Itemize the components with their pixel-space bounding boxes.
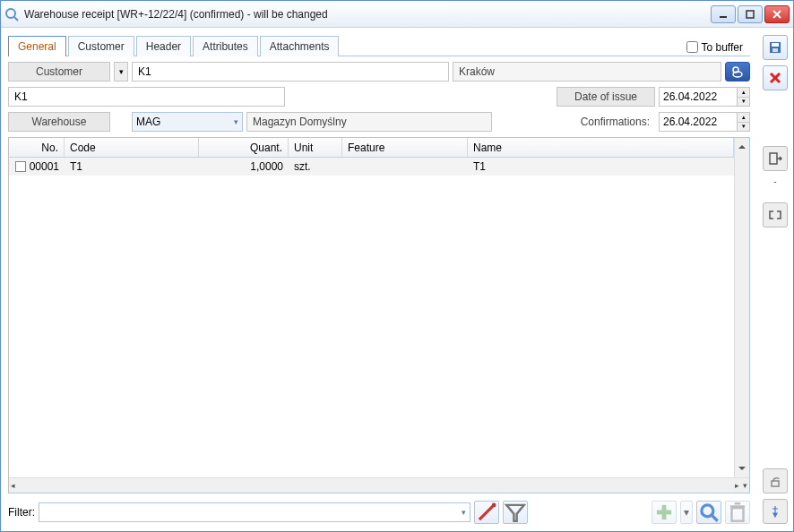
svg-line-8 [479, 505, 494, 519]
vertical-scrollbar[interactable] [734, 138, 749, 477]
col-name[interactable]: Name [468, 138, 734, 157]
cell-quant: 1,0000 [199, 158, 289, 176]
cell-unit: szt. [289, 158, 342, 176]
svg-rect-3 [747, 11, 754, 18]
col-quant[interactable]: Quant. [199, 138, 289, 157]
svg-rect-14 [732, 508, 744, 521]
export-button[interactable] [763, 146, 788, 171]
svg-point-0 [6, 9, 15, 18]
table-header-row: No. Code Quant. Unit Feature Name [9, 138, 734, 158]
save-button[interactable] [763, 35, 788, 60]
svg-point-12 [702, 505, 713, 517]
customer-name-input[interactable]: K1 [8, 87, 285, 107]
confirmations-label: Confirmations: [557, 116, 655, 128]
filter-combo[interactable]: ▾ [39, 502, 470, 522]
window-title: Warehouse receipt [WR+-12/22/4] (confirm… [24, 8, 711, 21]
side-toolbar: - [757, 28, 793, 531]
warehouse-label-button[interactable]: Warehouse [8, 112, 110, 132]
warehouse-code-value: MAG [136, 116, 160, 128]
table-body[interactable]: 00001 T1 1,0000 szt. T1 [9, 158, 734, 477]
confirmation-date-value: 26.04.2022 [663, 116, 717, 128]
svg-line-1 [14, 17, 18, 21]
date-of-issue-label: Date of issue [557, 87, 655, 107]
window-frame: Warehouse receipt [WR+-12/22/4] (confirm… [0, 0, 794, 532]
svg-rect-19 [772, 48, 778, 52]
col-code[interactable]: Code [65, 138, 199, 157]
minimize-button[interactable] [711, 5, 736, 23]
cell-code: T1 [65, 158, 199, 176]
search-item-button[interactable] [696, 501, 721, 524]
items-table: No. Code Quant. Unit Feature Name 0 [8, 137, 750, 493]
tab-attributes[interactable]: Attributes [193, 36, 258, 56]
app-icon [4, 7, 19, 21]
svg-rect-23 [772, 481, 779, 486]
tab-header[interactable]: Header [136, 36, 191, 56]
add-item-dropdown[interactable]: ▾ [680, 501, 693, 524]
export-minus-icon: - [773, 176, 776, 186]
filter-wand-button[interactable] [474, 501, 499, 524]
to-buffer-label: To buffer [702, 41, 743, 54]
unlock-button[interactable] [763, 468, 788, 493]
warehouse-name-field: Magazyn Domyślny [246, 112, 492, 132]
cancel-button[interactable] [763, 65, 788, 90]
add-item-button[interactable] [652, 501, 677, 524]
svg-rect-18 [772, 43, 779, 47]
cell-name: T1 [468, 158, 734, 176]
to-buffer-checkbox[interactable]: To buffer [683, 39, 750, 56]
svg-rect-22 [770, 153, 777, 164]
date-of-issue-input[interactable]: 26.04.2022 ▴▾ [659, 87, 750, 107]
tabstrip: General Customer Header Attributes Attac… [8, 35, 750, 56]
confirmation-date-input[interactable]: 26.04.2022 ▴▾ [659, 112, 750, 132]
titlebar: Warehouse receipt [WR+-12/22/4] (confirm… [1, 1, 793, 28]
tab-attachments[interactable]: Attachments [260, 36, 340, 56]
cell-feature [342, 158, 468, 176]
svg-point-9 [492, 502, 496, 507]
col-unit[interactable]: Unit [289, 138, 342, 157]
col-no[interactable]: No. [9, 138, 65, 157]
pin-button[interactable] [763, 499, 788, 524]
expand-button[interactable] [763, 202, 788, 227]
delete-item-button[interactable] [725, 501, 750, 524]
customer-city-field: Kraków [453, 62, 721, 82]
cell-no: 00001 [30, 160, 59, 173]
customer-code-input[interactable]: K1 [132, 62, 449, 82]
svg-line-13 [712, 515, 718, 521]
col-feature[interactable]: Feature [342, 138, 468, 157]
close-window-button[interactable] [764, 5, 790, 23]
filter-funnel-button[interactable] [503, 501, 528, 524]
row-checkbox[interactable] [15, 161, 26, 172]
tab-general[interactable]: General [8, 36, 66, 56]
date-of-issue-value: 26.04.2022 [663, 90, 717, 103]
customer-label-button[interactable]: Customer [8, 62, 110, 82]
table-row[interactable]: 00001 T1 1,0000 szt. T1 [9, 158, 734, 176]
horizontal-scrollbar[interactable]: ◂▸▾ [9, 477, 749, 493]
maximize-button[interactable] [738, 5, 763, 23]
tab-customer[interactable]: Customer [68, 36, 134, 56]
filter-label: Filter: [8, 506, 35, 519]
warehouse-code-combo[interactable]: MAG ▾ [132, 112, 243, 132]
customer-dropdown-button[interactable]: ▾ [114, 62, 128, 82]
customer-lookup-button[interactable] [725, 62, 750, 82]
